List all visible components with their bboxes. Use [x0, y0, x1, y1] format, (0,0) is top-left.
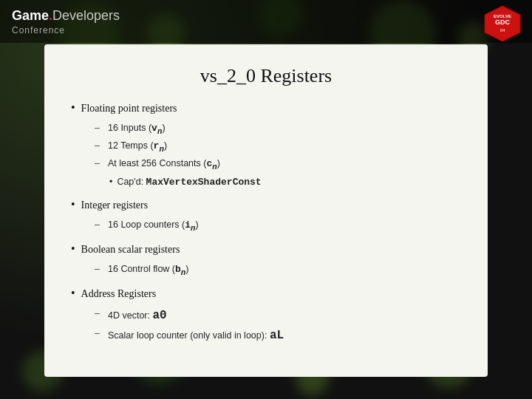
sub-list-boolean: – 16 Control flow (bn) — [95, 262, 461, 279]
sub-item-aL: – Scalar loop counter (only valid in loo… — [95, 327, 461, 345]
logo-game-text: Game — [12, 8, 49, 23]
bullet-dot-floating: • — [71, 100, 75, 116]
slide-content: vs_2_0 Registers • Floating point regist… — [44, 44, 488, 377]
aL-label: aL — [270, 329, 284, 342]
bullet-dot-boolean: • — [71, 242, 75, 257]
logo-text: Game.Developers — [12, 8, 120, 24]
bullet-text-integer: Integer registers — [81, 197, 149, 214]
content-area: • Floating point registers – 16 Inputs (… — [71, 100, 461, 344]
bullet-address: • Address Registers — [71, 286, 461, 302]
sub-sub-item-cap: • Cap'd: MaxVertexShaderConst — [109, 175, 461, 190]
maxvertex-label: MaxVertexShaderConst — [146, 177, 262, 188]
bullet-dot-integer: • — [71, 197, 75, 213]
bullet-boolean: • Boolean scalar registers — [71, 242, 461, 258]
bullet-text-boolean: Boolean scalar registers — [81, 242, 180, 258]
slide-title: vs_2_0 Registers — [71, 65, 461, 87]
sub-item-c: – At least 256 Constants (cn) — [95, 157, 461, 173]
bullet-integer: • Integer registers — [71, 197, 461, 214]
bullet-dot-address: • — [71, 286, 75, 301]
bullet-text-floating: Floating point registers — [81, 100, 177, 117]
sub-item-r: – 12 Temps (rn) — [95, 139, 461, 155]
bullet-text-address: Address Registers — [81, 286, 157, 302]
gdc-badge: EVOLVE GDC 04 — [483, 4, 522, 43]
sub-item-a0: – 4D vector: a0 — [95, 307, 461, 325]
a0-label: a0 — [152, 309, 166, 322]
logo-conference-text: Conference — [12, 25, 120, 35]
bullet-floating: • Floating point registers — [71, 100, 461, 117]
section-address: • Address Registers – 4D vector: a0 – Sc… — [71, 286, 461, 344]
sub-list-floating: – 16 Inputs (vn) – 12 Temps (rn) – At le… — [95, 121, 461, 190]
sub-item-b: – 16 Control flow (bn) — [95, 262, 461, 279]
section-boolean: • Boolean scalar registers – 16 Control … — [71, 242, 461, 279]
section-integer: • Integer registers – 16 Loop counters (… — [71, 197, 461, 234]
sub-item-v: – 16 Inputs (vn) — [95, 121, 461, 137]
sub-item-i: – 16 Loop counters (in) — [95, 218, 461, 234]
header-bar: Game.Developers Conference — [0, 0, 532, 43]
sub-list-address: – 4D vector: a0 – Scalar loop counter (o… — [95, 307, 461, 345]
sub-sub-list-cap: • Cap'd: MaxVertexShaderConst — [109, 175, 461, 190]
logo-dev-text: Developers — [52, 8, 120, 23]
section-floating: • Floating point registers – 16 Inputs (… — [71, 100, 461, 190]
sub-list-integer: – 16 Loop counters (in) — [95, 218, 461, 234]
svg-text:04: 04 — [500, 28, 505, 33]
logo-container: Game.Developers Conference — [12, 8, 120, 35]
svg-text:GDC: GDC — [495, 18, 511, 26]
